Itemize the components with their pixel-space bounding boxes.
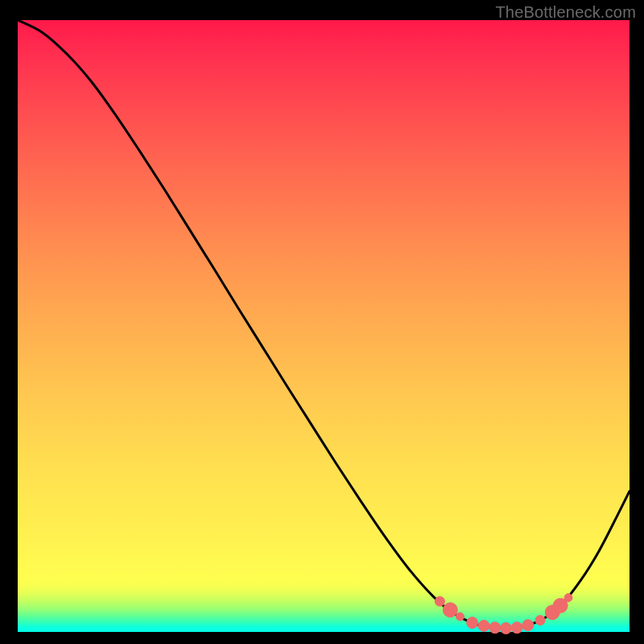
chart-svg bbox=[0, 0, 644, 644]
bottleneck-curve bbox=[18, 20, 630, 629]
curve-marker bbox=[535, 616, 545, 625]
curve-marker bbox=[500, 622, 511, 634]
curve-marker bbox=[564, 593, 572, 601]
chart-container: { "watermark": "TheBottleneck.com", "pal… bbox=[0, 0, 644, 644]
curve-markers bbox=[435, 593, 572, 634]
curve-marker bbox=[522, 620, 534, 631]
plot-group bbox=[18, 20, 630, 634]
curve-marker bbox=[443, 603, 457, 617]
watermark-text: TheBottleneck.com bbox=[495, 3, 636, 22]
curve-marker bbox=[511, 622, 522, 634]
curve-marker bbox=[478, 620, 489, 631]
curve-marker bbox=[435, 597, 444, 606]
curve-marker bbox=[456, 613, 464, 621]
curve-marker bbox=[489, 622, 501, 634]
curve-marker bbox=[467, 617, 478, 629]
